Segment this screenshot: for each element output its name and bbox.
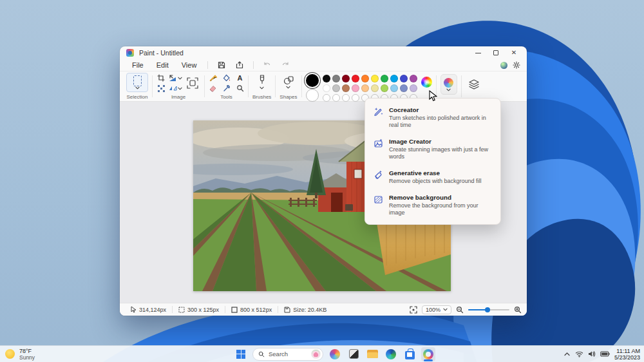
menu-view[interactable]: View	[176, 61, 203, 70]
empty-color-slot[interactable]	[332, 94, 340, 102]
close-button[interactable]: ✕	[505, 47, 523, 59]
menu-item-title: Image Creator	[389, 138, 493, 146]
magnifier-tool[interactable]	[236, 84, 244, 93]
fill-tool[interactable]	[222, 74, 231, 82]
group-label: Brushes	[252, 94, 271, 101]
fit-to-screen-icon[interactable]	[410, 306, 417, 314]
divider	[461, 75, 462, 97]
minimize-button[interactable]	[469, 47, 487, 59]
save-button[interactable]	[214, 61, 229, 70]
color-swatch[interactable]	[352, 75, 359, 82]
file-size: Size: 20.4KB	[278, 307, 332, 313]
color-swatch[interactable]	[371, 75, 379, 82]
taskbar-clock[interactable]: 11:11 AM 5/23/2023	[614, 348, 640, 361]
empty-color-slot[interactable]	[352, 94, 359, 102]
app-icon-dark-square	[349, 349, 359, 359]
weather-widget[interactable]: 78°F Sunny	[5, 348, 35, 361]
menu-edit[interactable]: Edit	[151, 61, 175, 70]
settings-gear-icon[interactable]	[513, 61, 520, 69]
file-size-icon	[284, 307, 290, 313]
maximize-button[interactable]	[487, 47, 505, 59]
color-swatch[interactable]	[361, 75, 369, 82]
menu-item-image-creator[interactable]: Image Creator Create stunning images wit…	[365, 133, 500, 165]
title-bar[interactable]: Paint - Untitled ✕	[120, 46, 527, 59]
color-swatch[interactable]	[400, 75, 408, 82]
edit-colors-button[interactable]	[421, 77, 432, 88]
zoom-out-button[interactable]	[456, 306, 464, 314]
color-swatch[interactable]	[381, 84, 388, 92]
pattern-button[interactable]	[156, 84, 165, 93]
eraser-tool[interactable]	[209, 84, 217, 93]
group-label: Image	[171, 94, 185, 101]
color-swatch[interactable]	[323, 75, 330, 82]
search-label: Search	[269, 350, 307, 357]
secondary-color-swatch[interactable]	[306, 89, 319, 102]
selection-tool-button[interactable]	[126, 73, 148, 92]
menu-item-cocreator[interactable]: Cocreator Turn sketches into polished ar…	[365, 102, 500, 133]
undo-icon	[263, 61, 271, 69]
zoom-slider-thumb[interactable]	[485, 307, 490, 312]
zoom-level-dropdown[interactable]: 100%	[422, 305, 451, 314]
color-swatch[interactable]	[410, 84, 417, 92]
menu-item-generative-erase[interactable]: Generative erase Remove objects with bac…	[365, 165, 500, 189]
zoom-in-button[interactable]	[514, 306, 522, 314]
undo-button[interactable]	[260, 61, 274, 70]
taskbar-file-explorer[interactable]	[365, 347, 379, 361]
zoom-slider[interactable]	[468, 309, 509, 310]
divider	[152, 75, 153, 97]
crop-button[interactable]	[156, 74, 165, 82]
empty-color-slot[interactable]	[342, 94, 350, 102]
copilot-button[interactable]	[440, 74, 457, 95]
color-swatch[interactable]	[390, 75, 398, 82]
start-button[interactable]	[234, 347, 248, 361]
pencil-tool[interactable]	[209, 74, 217, 82]
layers-button[interactable]	[466, 75, 482, 94]
network-icon[interactable]	[575, 350, 583, 357]
share-button[interactable]	[232, 61, 247, 70]
shapes-button[interactable]	[283, 76, 294, 89]
text-tool[interactable]: A	[236, 74, 244, 82]
color-swatch[interactable]	[361, 84, 369, 92]
color-swatch[interactable]	[342, 75, 350, 82]
microsoft-store-icon	[405, 351, 415, 359]
taskbar-paint[interactable]	[421, 347, 435, 361]
taskbar-edge[interactable]	[384, 347, 398, 361]
taskbar-search[interactable]: Search	[252, 348, 323, 361]
battery-icon[interactable]	[600, 351, 610, 357]
color-swatch[interactable]	[323, 84, 330, 92]
cursor-position: 314,124px	[125, 306, 172, 313]
color-swatch[interactable]	[352, 84, 359, 92]
chevron-up-icon[interactable]	[564, 352, 571, 357]
chevron-down-icon	[178, 87, 182, 90]
resize-button[interactable]	[169, 74, 182, 82]
menu-item-title: Cocreator	[389, 106, 493, 114]
redo-button[interactable]	[278, 61, 292, 70]
primary-color-swatch[interactable]	[306, 74, 319, 87]
color-picker-tool[interactable]	[222, 84, 231, 93]
brushes-button[interactable]	[258, 75, 267, 90]
brushes-group: Brushes	[250, 73, 274, 101]
image-options-button[interactable]	[185, 75, 200, 91]
color-swatch[interactable]	[332, 75, 340, 82]
color-swatch[interactable]	[332, 84, 340, 92]
menu-file[interactable]: File	[126, 61, 149, 70]
empty-color-slot[interactable]	[323, 94, 330, 102]
volume-icon[interactable]	[588, 350, 596, 357]
menu-item-remove-background[interactable]: Remove background Remove the background …	[365, 189, 500, 221]
rotate-flip-button[interactable]	[169, 84, 182, 92]
color-swatch[interactable]	[410, 75, 417, 82]
color-swatch[interactable]	[390, 84, 398, 92]
color-swatch[interactable]	[381, 75, 388, 82]
clock-date: 5/23/2023	[614, 354, 640, 361]
color-swatch[interactable]	[371, 84, 379, 92]
taskbar-app-dark-square[interactable]	[346, 347, 361, 361]
account-avatar[interactable]	[500, 62, 507, 69]
window-title: Paint - Untitled	[139, 49, 184, 57]
menu-bar: File Edit View	[120, 59, 527, 71]
copilot-icon	[444, 78, 453, 88]
color-swatch[interactable]	[342, 84, 350, 92]
taskbar-store[interactable]	[402, 347, 417, 361]
taskbar-copilot[interactable]	[328, 347, 342, 361]
save-icon	[218, 61, 225, 69]
color-swatch[interactable]	[400, 84, 408, 92]
